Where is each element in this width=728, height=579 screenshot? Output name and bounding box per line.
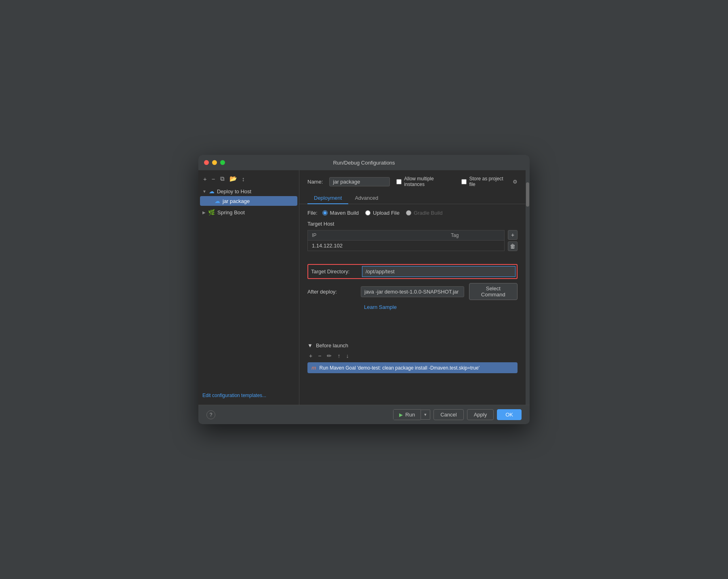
run-button-label: Run [405, 412, 415, 418]
content-area: Name: Allow multiple instances Store as … [299, 170, 526, 405]
target-host-table: IP Tag 1.14.122.102 [307, 230, 505, 251]
sidebar-footer: Edit configuration templates... [198, 388, 299, 402]
before-launch-edit-button[interactable]: ✏ [325, 352, 333, 360]
file-row: File: Maven Build Upload File [307, 210, 518, 216]
target-host-table-wrapper: IP Tag 1.14.122.102 [307, 230, 505, 258]
before-launch-chevron[interactable]: ▼ [307, 342, 313, 349]
sidebar-group-header-spring[interactable]: ▶ 🌿 Spring Boot [198, 207, 299, 217]
sidebar-group-header-deploy[interactable]: ▼ ☁ Deploy to Host [198, 186, 299, 196]
table-buttons: + 🗑 [508, 230, 518, 258]
run-dropdown-button[interactable]: ▾ [421, 410, 430, 420]
help-button[interactable]: ? [206, 410, 215, 419]
before-launch-move-down-button[interactable]: ↓ [344, 352, 350, 360]
title-bar: Run/Debug Configurations [198, 155, 530, 170]
gradle-build-option: Gradle Build [406, 210, 443, 216]
upload-file-option[interactable]: Upload File [365, 210, 400, 216]
target-host-section-label: Target Host [307, 221, 518, 227]
traffic-lights [204, 160, 225, 165]
cancel-button[interactable]: Cancel [433, 409, 463, 420]
allow-multiple-checkbox[interactable] [396, 179, 402, 184]
sidebar-item-jar-package-label: jar package [223, 198, 250, 204]
maven-build-option[interactable]: Maven Build [322, 210, 359, 216]
target-host-wrapper: IP Tag 1.14.122.102 [307, 230, 518, 258]
name-row: Name: Allow multiple instances Store as … [307, 176, 518, 187]
run-button-group: ▶ Run ▾ [393, 409, 430, 420]
before-launch-toolbar: + − ✏ ↑ ↓ [307, 352, 518, 360]
close-button[interactable] [204, 160, 209, 165]
remove-host-button[interactable]: 🗑 [508, 241, 518, 251]
gear-icon[interactable]: ⚙ [513, 179, 518, 185]
run-play-icon: ▶ [399, 412, 403, 418]
before-launch-header: ▼ Before launch [307, 342, 518, 349]
before-launch-remove-button[interactable]: − [316, 352, 323, 360]
run-debug-configurations-window: Run/Debug Configurations + − ⧉ 📂 ↕ ▼ ☁ D… [198, 155, 530, 424]
before-launch-item[interactable]: m Run Maven Goal 'demo-test: clean packa… [307, 362, 518, 373]
name-label: Name: [307, 179, 323, 185]
before-launch-item-label: Run Maven Goal 'demo-test: clean package… [320, 365, 480, 371]
name-input[interactable] [329, 177, 390, 186]
select-command-button[interactable]: Select Command [469, 283, 518, 300]
sidebar: + − ⧉ 📂 ↕ ▼ ☁ Deploy to Host ☁ jar packa… [198, 170, 299, 405]
before-launch-add-button[interactable]: + [307, 352, 314, 360]
after-deploy-input[interactable] [361, 286, 464, 297]
content-body: File: Maven Build Upload File [299, 204, 526, 405]
new-folder-button[interactable]: 📂 [229, 174, 238, 183]
config-header: Name: Allow multiple instances Store as … [299, 170, 526, 204]
remove-config-button[interactable]: − [211, 175, 216, 183]
after-deploy-row: After deploy: Select Command [307, 283, 518, 300]
gradle-build-radio [406, 210, 411, 216]
ip-cell: 1.14.122.102 [308, 241, 447, 251]
maximize-button[interactable] [220, 160, 225, 165]
main-layout: + − ⧉ 📂 ↕ ▼ ☁ Deploy to Host ☁ jar packa… [198, 170, 530, 405]
file-radio-group: Maven Build Upload File Gradle Build [322, 210, 443, 216]
before-launch-section: ▼ Before launch + − ✏ ↑ ↓ m Run Mave [307, 342, 518, 373]
add-host-button[interactable]: + [508, 230, 518, 240]
edit-templates-link[interactable]: Edit configuration templates... [202, 393, 266, 398]
maven-build-radio[interactable] [322, 210, 328, 216]
sidebar-group-label-spring: Spring Boot [217, 209, 245, 216]
sort-button[interactable]: ↕ [241, 175, 246, 183]
target-directory-input[interactable] [362, 266, 515, 277]
file-label: File: [307, 210, 318, 216]
chevron-down-icon: ▼ [202, 189, 206, 194]
target-directory-row: Target Directory: [307, 264, 518, 279]
store-as-project-group: Store as project file ⚙ [461, 176, 518, 187]
sidebar-group-label-deploy: Deploy to Host [217, 188, 251, 194]
before-launch-move-up-button[interactable]: ↑ [336, 352, 342, 360]
sidebar-toolbar: + − ⧉ 📂 ↕ [198, 173, 299, 186]
table-row[interactable]: 1.14.122.102 [308, 241, 505, 251]
bottom-bar: ? ▶ Run ▾ Cancel Apply OK [198, 405, 530, 424]
maven-icon: m [311, 365, 316, 371]
chevron-right-icon: ▶ [202, 210, 206, 215]
vertical-scrollbar[interactable] [526, 170, 530, 405]
before-launch-label: Before launch [316, 342, 348, 349]
content-with-scroll: Name: Allow multiple instances Store as … [299, 170, 530, 405]
tag-cell [447, 241, 504, 251]
allow-multiple-label: Allow multiple instances [404, 176, 455, 187]
allow-multiple-group: Allow multiple instances [396, 176, 455, 187]
add-config-button[interactable]: + [202, 175, 208, 183]
apply-button[interactable]: Apply [467, 409, 494, 420]
after-deploy-label: After deploy: [307, 289, 356, 295]
sidebar-item-jar-package[interactable]: ☁ jar package [200, 196, 297, 206]
minimize-button[interactable] [212, 160, 217, 165]
ok-button[interactable]: OK [497, 409, 522, 420]
window-title: Run/Debug Configurations [333, 160, 395, 166]
tab-advanced[interactable]: Advanced [348, 192, 385, 204]
tab-deployment[interactable]: Deployment [307, 192, 348, 204]
copy-config-button[interactable]: ⧉ [219, 174, 225, 183]
deploy-icon: ☁ [209, 188, 215, 194]
sidebar-group-spring-boot: ▶ 🌿 Spring Boot [198, 207, 299, 219]
sidebar-group-deploy-to-host: ▼ ☁ Deploy to Host ☁ jar package [198, 186, 299, 207]
spring-boot-icon: 🌿 [208, 209, 215, 216]
store-as-project-checkbox[interactable] [461, 179, 467, 184]
tabs-row: Deployment Advanced [307, 192, 518, 204]
learn-sample-link[interactable]: Learn Sample [364, 304, 518, 310]
target-directory-label: Target Directory: [309, 268, 362, 275]
tag-column-header: Tag [447, 230, 504, 241]
bottom-actions: ▶ Run ▾ Cancel Apply OK [393, 409, 522, 420]
store-as-project-label: Store as project file [469, 176, 510, 187]
run-button[interactable]: ▶ Run [393, 409, 421, 420]
ip-column-header: IP [308, 230, 447, 241]
upload-file-radio[interactable] [365, 210, 370, 216]
